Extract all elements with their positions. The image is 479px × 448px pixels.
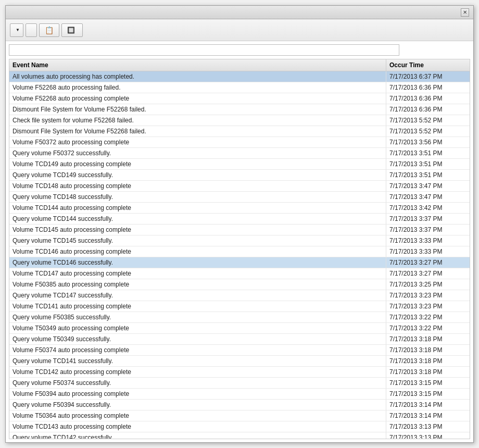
table-row[interactable]: Volume TCD148 auto processing complete 7…: [9, 181, 470, 192]
table-row[interactable]: Volume TCD142 auto processing complete 7…: [9, 367, 470, 378]
event-name-cell: Dismount File System for Volume F52268 f…: [9, 126, 386, 136]
table-row[interactable]: Dismount File System for Volume F52268 f…: [9, 126, 470, 137]
event-name-cell: Volume F50374 auto processing complete: [9, 345, 386, 355]
event-name-cell: Query volume TCD144 successfully.: [9, 214, 386, 224]
occur-time-cell: 7/17/2013 3:42 PM: [386, 203, 470, 213]
main-window: ✕ ▼ 📋 🔲 Event Name Occur Time: [5, 5, 474, 443]
occur-time-cell: 7/17/2013 6:36 PM: [386, 82, 470, 93]
col-header-event: Event Name: [9, 59, 386, 71]
occur-time-cell: 7/17/2013 3:15 PM: [386, 378, 470, 388]
table-row[interactable]: Volume T50364 auto processing complete 7…: [9, 410, 470, 421]
event-name-cell: Volume F50385 auto processing complete: [9, 279, 386, 290]
table-row[interactable]: Volume TCD147 auto processing complete 7…: [9, 268, 470, 279]
table-row[interactable]: Query volume TCD147 successfully. 7/17/2…: [9, 290, 470, 301]
occur-time-cell: 7/17/2013 5:52 PM: [386, 115, 470, 126]
occur-time-cell: 7/17/2013 6:37 PM: [386, 71, 470, 82]
table-row[interactable]: Volume T50349 auto processing complete 7…: [9, 323, 470, 334]
event-name-cell: Query volume TCD145 successfully.: [9, 235, 386, 246]
event-name-cell: Dismount File System for Volume F52268 f…: [9, 104, 386, 115]
table-row[interactable]: Query volume TCD148 successfully. 7/17/2…: [9, 192, 470, 203]
table-row[interactable]: Query volume TCD149 successfully. 7/17/2…: [9, 170, 470, 181]
table-row[interactable]: Volume F50385 auto processing complete 7…: [9, 279, 470, 290]
occur-time-cell: 7/17/2013 3:18 PM: [386, 334, 470, 344]
event-name-cell: All volumes auto processing has complete…: [9, 71, 386, 82]
occur-time-cell: 7/17/2013 3:18 PM: [386, 345, 470, 355]
title-bar: ✕: [6, 6, 473, 19]
table-row[interactable]: Volume TCD143 auto processing complete 7…: [9, 421, 470, 432]
close-button[interactable]: ✕: [461, 8, 469, 17]
table-row[interactable]: Query volume T50349 successfully. 7/17/2…: [9, 334, 470, 345]
table-row[interactable]: Volume F52268 auto processing failed. 7/…: [9, 82, 470, 93]
table-row[interactable]: Volume F50374 auto processing complete 7…: [9, 345, 470, 356]
occur-time-cell: 7/17/2013 3:33 PM: [386, 235, 470, 246]
occur-time-cell: 7/17/2013 3:22 PM: [386, 323, 470, 333]
event-name-cell: Query volume TCD149 successfully.: [9, 170, 386, 180]
table-row[interactable]: Query volume F50385 successfully. 7/17/2…: [9, 312, 470, 323]
occur-time-cell: 7/17/2013 6:36 PM: [386, 104, 470, 115]
view-dropdown[interactable]: ▼: [10, 23, 23, 37]
occur-time-cell: 7/17/2013 3:56 PM: [386, 137, 470, 147]
detach-button[interactable]: 🔲: [61, 23, 83, 37]
occur-time-cell: 7/17/2013 3:33 PM: [386, 246, 470, 257]
event-name-cell: Volume T50364 auto processing complete: [9, 410, 386, 421]
event-name-cell: Query volume TCD146 successfully.: [9, 257, 386, 268]
event-name-cell: Volume T50349 auto processing complete: [9, 323, 386, 333]
table-row[interactable]: Volume TCD146 auto processing complete 7…: [9, 246, 470, 257]
table-row[interactable]: Query volume F50394 successfully. 7/17/2…: [9, 400, 470, 410]
occur-time-cell: 7/17/2013 3:37 PM: [386, 214, 470, 224]
search-input[interactable]: [9, 44, 399, 56]
occur-time-cell: 7/17/2013 3:14 PM: [386, 400, 470, 410]
table-row[interactable]: Volume F50372 auto processing complete 7…: [9, 137, 470, 148]
table-row[interactable]: Query volume TCD146 successfully. 7/17/2…: [9, 257, 470, 268]
occur-time-cell: 7/17/2013 3:47 PM: [386, 181, 470, 191]
table-row[interactable]: Query volume F50374 successfully. 7/17/2…: [9, 378, 470, 389]
occur-time-cell: 7/17/2013 3:51 PM: [386, 170, 470, 180]
content-area: Event Name Occur Time All volumes auto p…: [6, 41, 473, 442]
table-row[interactable]: Volume TCD141 auto processing complete 7…: [9, 301, 470, 312]
export-button[interactable]: 📋: [39, 23, 59, 37]
occur-time-cell: 7/17/2013 3:27 PM: [386, 268, 470, 279]
chevron-down-icon: ▼: [16, 28, 20, 32]
occur-time-cell: 7/17/2013 3:47 PM: [386, 192, 470, 202]
table-row[interactable]: All volumes auto processing has complete…: [9, 71, 470, 82]
table-row[interactable]: Volume F52268 auto processing complete 7…: [9, 93, 470, 104]
table-row[interactable]: Check file system for volume F52268 fail…: [9, 115, 470, 126]
clear-event-button[interactable]: [26, 23, 37, 37]
event-name-cell: Volume TCD147 auto processing complete: [9, 268, 386, 279]
occur-time-cell: 7/17/2013 3:37 PM: [386, 225, 470, 235]
event-name-cell: Volume F52268 auto processing failed.: [9, 82, 386, 93]
event-name-cell: Query volume TCD148 successfully.: [9, 192, 386, 202]
occur-time-cell: 7/17/2013 3:15 PM: [386, 389, 470, 399]
event-name-cell: Volume TCD145 auto processing complete: [9, 225, 386, 235]
occur-time-cell: 7/17/2013 6:36 PM: [386, 93, 470, 104]
table-row[interactable]: Volume F50394 auto processing complete 7…: [9, 389, 470, 400]
table-row[interactable]: Dismount File System for Volume F52268 f…: [9, 104, 470, 115]
toolbar: ▼ 📋 🔲: [6, 19, 473, 41]
table-row[interactable]: Volume TCD144 auto processing complete 7…: [9, 203, 470, 214]
event-name-cell: Volume F52268 auto processing complete: [9, 93, 386, 104]
table-row[interactable]: Volume TCD149 auto processing complete 7…: [9, 159, 470, 170]
detach-icon: 🔲: [67, 27, 75, 34]
event-table: Event Name Occur Time All volumes auto p…: [9, 59, 470, 439]
event-name-cell: Volume F50372 auto processing complete: [9, 137, 386, 147]
table-row[interactable]: Query volume TCD142 successfully. 7/17/2…: [9, 432, 470, 439]
table-row[interactable]: Query volume TCD144 successfully. 7/17/2…: [9, 214, 470, 225]
event-name-cell: Volume TCD141 auto processing complete: [9, 301, 386, 312]
event-name-cell: Volume TCD146 auto processing complete: [9, 246, 386, 257]
event-name-cell: Check file system for volume F52268 fail…: [9, 115, 386, 126]
event-name-cell: Volume TCD143 auto processing complete: [9, 421, 386, 432]
table-body[interactable]: All volumes auto processing has complete…: [9, 71, 470, 439]
table-row[interactable]: Query volume TCD145 successfully. 7/17/2…: [9, 235, 470, 246]
table-header: Event Name Occur Time: [9, 59, 470, 71]
occur-time-cell: 7/17/2013 3:27 PM: [386, 257, 470, 268]
table-row[interactable]: Query volume F50372 successfully. 7/17/2…: [9, 148, 470, 159]
event-name-cell: Volume TCD148 auto processing complete: [9, 181, 386, 191]
export-icon: 📋: [45, 26, 54, 34]
occur-time-cell: 7/17/2013 3:51 PM: [386, 148, 470, 158]
occur-time-cell: 7/17/2013 3:22 PM: [386, 312, 470, 322]
occur-time-cell: 7/17/2013 3:18 PM: [386, 356, 470, 366]
event-name-cell: Query volume T50349 successfully.: [9, 334, 386, 344]
table-row[interactable]: Volume TCD145 auto processing complete 7…: [9, 225, 470, 235]
table-row[interactable]: Query volume TCD141 successfully. 7/17/2…: [9, 356, 470, 367]
event-name-cell: Query volume TCD147 successfully.: [9, 290, 386, 301]
